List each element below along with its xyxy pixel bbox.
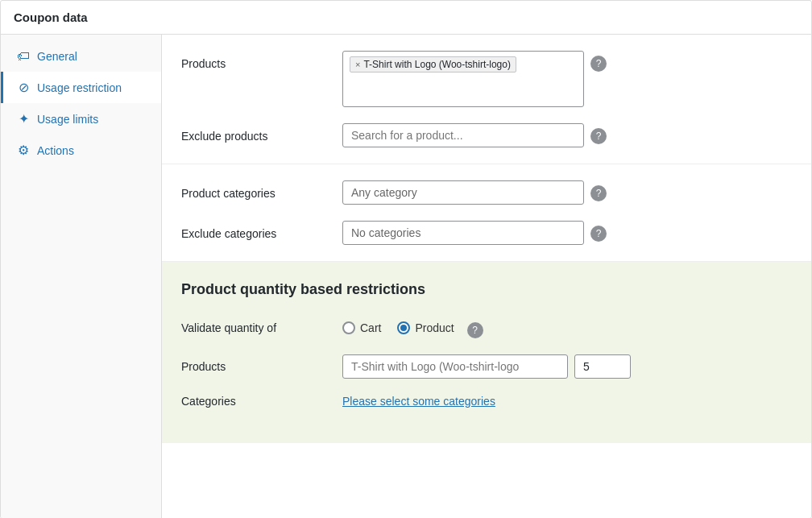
product-categories-select[interactable]: Any category: [342, 180, 584, 205]
sidebar-label-actions: Actions: [37, 144, 74, 157]
quantity-number-input[interactable]: [574, 354, 631, 379]
exclude-categories-select[interactable]: No categories: [342, 221, 584, 245]
radio-cart-option[interactable]: Cart: [342, 321, 381, 334]
product-input-row: [342, 354, 631, 379]
sidebar-label-general: General: [37, 50, 77, 63]
sidebar-label-usage-limits: Usage limits: [37, 113, 98, 126]
quantity-restrictions-section: Product quantity based restrictions Vali…: [162, 262, 811, 443]
products-help-icon[interactable]: ?: [590, 56, 607, 72]
exclude-categories-help-icon[interactable]: ?: [590, 226, 607, 242]
exclude-products-field: ?: [342, 123, 792, 147]
sidebar-label-usage-restriction: Usage restriction: [37, 81, 122, 94]
products-field: × T-Shirt with Logo (Woo-tshirt-logo) ?: [342, 51, 792, 107]
general-icon: 🏷: [16, 49, 31, 64]
radio-product-circle[interactable]: [397, 321, 410, 334]
product-categories-field: Any category ?: [342, 180, 792, 205]
validate-radio-group: Cart Product: [342, 321, 454, 334]
product-categories-label: Product categories: [181, 180, 342, 200]
radio-product-option[interactable]: Product: [397, 321, 454, 334]
quantity-section-title: Product quantity based restrictions: [181, 281, 792, 298]
validate-quantity-help-icon[interactable]: ?: [467, 322, 483, 338]
quantity-products-field: [342, 354, 631, 379]
products-label: Products: [181, 51, 342, 70]
validate-quantity-field: Cart Product ?: [342, 317, 483, 338]
quantity-categories-row: Categories Please select some categories: [181, 395, 792, 408]
products-section: Products × T-Shirt with Logo (Woo-tshirt…: [162, 35, 811, 164]
validate-quantity-label: Validate quantity of: [181, 321, 342, 334]
product-categories-row: Product categories Any category ?: [181, 180, 792, 205]
sidebar: 🏷 General ⊘ Usage restriction ✦ Usage li…: [1, 35, 162, 518]
quantity-products-label: Products: [181, 360, 342, 373]
product-categories-value: Any category: [351, 186, 417, 199]
panel-title: Coupon data: [1, 1, 811, 35]
tag-remove-icon[interactable]: ×: [355, 60, 360, 69]
exclude-products-label: Exclude products: [181, 123, 342, 143]
radio-product-label: Product: [415, 321, 454, 334]
coupon-data-panel: Coupon data 🏷 General ⊘ Usage restrictio…: [0, 0, 812, 518]
sidebar-item-actions[interactable]: ⚙ Actions: [1, 135, 161, 166]
sidebar-item-general[interactable]: 🏷 General: [1, 41, 161, 72]
quantity-products-row: Products: [181, 354, 792, 379]
actions-icon: ⚙: [16, 143, 31, 158]
products-tag-input[interactable]: × T-Shirt with Logo (Woo-tshirt-logo): [342, 51, 584, 107]
exclude-products-row: Exclude products ?: [181, 123, 792, 147]
usage-restriction-icon: ⊘: [16, 80, 31, 95]
categories-section: Product categories Any category ? Exclud…: [162, 164, 811, 262]
quantity-products-input[interactable]: [342, 354, 568, 379]
product-tag[interactable]: × T-Shirt with Logo (Woo-tshirt-logo): [350, 56, 516, 73]
tag-label: T-Shirt with Logo (Woo-tshirt-logo): [363, 59, 511, 70]
categories-link[interactable]: Please select some categories: [342, 395, 495, 408]
usage-limits-icon: ✦: [16, 111, 31, 126]
exclude-products-input[interactable]: [342, 123, 584, 147]
exclude-categories-label: Exclude categories: [181, 221, 342, 240]
product-categories-help-icon[interactable]: ?: [590, 185, 607, 201]
radio-cart-label: Cart: [360, 321, 381, 334]
quantity-categories-field: Please select some categories: [342, 395, 495, 408]
quantity-categories-label: Categories: [181, 395, 342, 408]
radio-cart-circle[interactable]: [342, 321, 355, 334]
exclude-categories-row: Exclude categories No categories ?: [181, 221, 792, 245]
main-content: Products × T-Shirt with Logo (Woo-tshirt…: [162, 35, 811, 518]
products-row: Products × T-Shirt with Logo (Woo-tshirt…: [181, 51, 792, 107]
exclude-products-help-icon[interactable]: ?: [590, 128, 607, 144]
coupon-body: 🏷 General ⊘ Usage restriction ✦ Usage li…: [1, 35, 811, 518]
exclude-categories-value: No categories: [351, 226, 420, 239]
validate-quantity-row: Validate quantity of Cart Product: [181, 317, 792, 338]
exclude-categories-field: No categories ?: [342, 221, 792, 245]
sidebar-item-usage-restriction[interactable]: ⊘ Usage restriction: [1, 72, 161, 103]
sidebar-item-usage-limits[interactable]: ✦ Usage limits: [1, 103, 161, 135]
